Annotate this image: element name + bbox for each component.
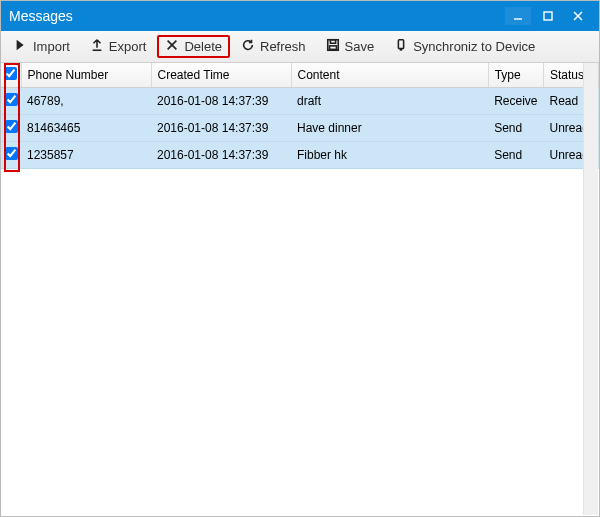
cell-content: Fibber hk: [291, 142, 488, 169]
cell-content: draft: [291, 88, 488, 115]
titlebar: Messages: [1, 1, 599, 31]
import-button[interactable]: Import: [5, 34, 79, 59]
cell-type: Receive: [488, 88, 543, 115]
save-label: Save: [345, 39, 375, 54]
import-label: Import: [33, 39, 70, 54]
sync-label: Synchroniz to Device: [413, 39, 535, 54]
svg-rect-1: [544, 12, 552, 20]
row-checkbox[interactable]: [5, 147, 18, 160]
import-icon: [14, 38, 28, 55]
minimize-button[interactable]: [505, 7, 531, 25]
cell-created: 2016-01-08 14:37:39: [151, 88, 291, 115]
row-checkbox[interactable]: [5, 93, 18, 106]
window-title: Messages: [9, 8, 505, 24]
delete-icon: [165, 38, 179, 55]
refresh-icon: [241, 38, 255, 55]
cell-type: Send: [488, 115, 543, 142]
export-label: Export: [109, 39, 147, 54]
save-icon: [326, 38, 340, 55]
header-checkbox-cell[interactable]: [1, 63, 21, 88]
cell-phone: 1235857: [21, 142, 151, 169]
row-checkbox-cell[interactable]: [1, 142, 21, 169]
delete-label: Delete: [184, 39, 222, 54]
toolbar: Import Export Delete Refresh Save Synchr…: [1, 31, 599, 63]
refresh-label: Refresh: [260, 39, 306, 54]
col-created-header[interactable]: Created Time: [151, 63, 291, 88]
header-row: Phone Number Created Time Content Type S…: [1, 63, 599, 88]
export-button[interactable]: Export: [81, 34, 156, 59]
row-checkbox-cell[interactable]: [1, 88, 21, 115]
cell-created: 2016-01-08 14:37:39: [151, 142, 291, 169]
vertical-scrollbar[interactable]: [583, 63, 598, 515]
row-checkbox-cell[interactable]: [1, 115, 21, 142]
cell-phone: 81463465: [21, 115, 151, 142]
cell-created: 2016-01-08 14:37:39: [151, 115, 291, 142]
close-button[interactable]: [565, 7, 591, 25]
table-row[interactable]: 12358572016-01-08 14:37:39Fibber hkSendU…: [1, 142, 599, 169]
cell-phone: 46789,: [21, 88, 151, 115]
messages-table-wrap: Phone Number Created Time Content Type S…: [1, 63, 599, 516]
col-type-header[interactable]: Type: [488, 63, 543, 88]
select-all-checkbox[interactable]: [4, 67, 17, 80]
cell-content: Have dinner: [291, 115, 488, 142]
export-icon: [90, 38, 104, 55]
delete-button[interactable]: Delete: [157, 35, 230, 58]
messages-table: Phone Number Created Time Content Type S…: [1, 63, 599, 169]
svg-rect-7: [330, 40, 335, 44]
save-button[interactable]: Save: [317, 34, 384, 59]
row-checkbox[interactable]: [5, 120, 18, 133]
sync-button[interactable]: Synchroniz to Device: [385, 34, 544, 59]
col-phone-header[interactable]: Phone Number: [21, 63, 151, 88]
svg-rect-8: [329, 46, 336, 50]
refresh-button[interactable]: Refresh: [232, 34, 315, 59]
sync-icon: [394, 38, 408, 55]
svg-point-10: [400, 49, 401, 50]
maximize-button[interactable]: [535, 7, 561, 25]
cell-type: Send: [488, 142, 543, 169]
messages-tbody: 46789,2016-01-08 14:37:39draftReceiveRea…: [1, 88, 599, 169]
col-content-header[interactable]: Content: [291, 63, 488, 88]
table-row[interactable]: 814634652016-01-08 14:37:39Have dinnerSe…: [1, 115, 599, 142]
svg-rect-9: [399, 40, 404, 49]
table-row[interactable]: 46789,2016-01-08 14:37:39draftReceiveRea…: [1, 88, 599, 115]
window-controls: [505, 7, 591, 25]
